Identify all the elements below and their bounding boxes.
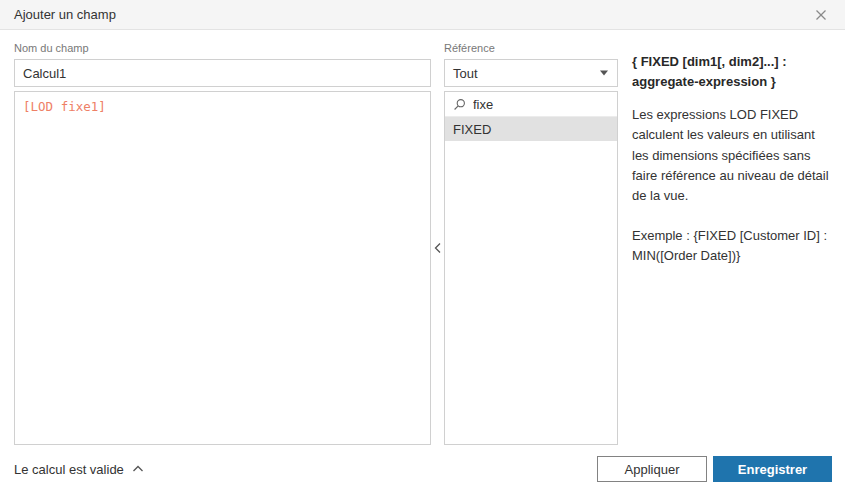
field-name-input[interactable] [14, 59, 431, 87]
close-icon[interactable] [809, 0, 833, 30]
function-description: Les expressions LOD FIXED calculent les … [632, 105, 833, 206]
function-syntax: { FIXED [dim1[, dim2]...] : aggregate-ex… [632, 52, 833, 92]
save-button[interactable]: Enregistrer [713, 456, 832, 482]
function-example: Exemple : {FIXED [Customer ID] : MIN([Or… [632, 226, 833, 266]
add-field-dialog: Ajouter un champ Nom du champ [LOD fixe1… [0, 0, 845, 490]
reference-list-panel: FIXED [444, 91, 618, 445]
search-icon [453, 98, 466, 111]
reference-result-fixed[interactable]: FIXED [445, 117, 617, 141]
function-help-panel: { FIXED [dim1[, dim2]...] : aggregate-ex… [632, 52, 833, 266]
collapse-reference-button[interactable] [430, 237, 444, 259]
calculation-status-text: Le calcul est valide [14, 462, 124, 477]
reference-filter-value: Tout [453, 66, 478, 81]
reference-search-input[interactable] [473, 97, 603, 112]
reference-label: Référence [444, 42, 495, 54]
reference-search-row [445, 92, 617, 117]
calculation-status[interactable]: Le calcul est valide [14, 459, 144, 479]
apply-button[interactable]: Appliquer [597, 456, 707, 482]
chevron-down-icon [600, 71, 608, 76]
dialog-titlebar: Ajouter un champ [0, 0, 845, 30]
chevron-up-icon [132, 465, 144, 473]
dialog-title: Ajouter un champ [14, 7, 116, 22]
field-name-label: Nom du champ [14, 42, 89, 54]
reference-filter-dropdown[interactable]: Tout [444, 59, 618, 87]
calculation-editor[interactable]: [LOD fixe1] [14, 91, 431, 445]
